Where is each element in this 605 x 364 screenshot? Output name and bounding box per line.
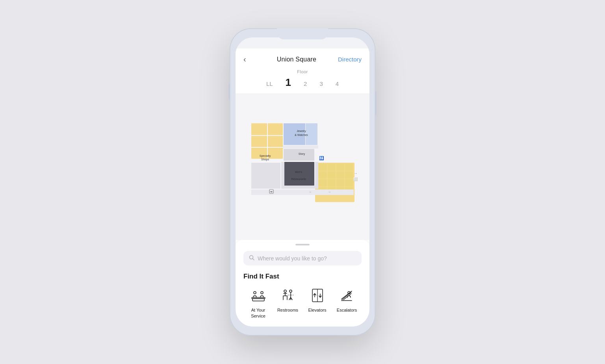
svg-point-54 [284,290,286,292]
svg-line-60 [341,291,352,299]
svg-rect-1 [251,123,267,135]
svg-text:⬜: ⬜ [353,177,358,182]
svg-rect-12 [319,163,327,171]
svg-text:→: → [270,190,273,193]
search-bar[interactable]: Where would you like to go? [243,251,362,266]
screen: ‹ Union Square Directory Floor LL 1 2 3 … [236,48,369,327]
svg-rect-14 [336,163,344,171]
find-fast-label: Find It Fast [243,273,362,280]
floor-map: ⬜ Jewelry & Watches Story Specialty Shop… [243,115,362,218]
svg-rect-20 [319,179,327,186]
svg-rect-30 [281,162,284,186]
svg-line-49 [253,259,254,260]
svg-text:Restaurants: Restaurants [291,178,306,180]
action-elevators[interactable]: Elevators [302,287,332,319]
action-escalators[interactable]: Escalators [332,287,362,319]
svg-point-52 [254,292,256,294]
search-placeholder: Where would you like to go? [258,255,327,262]
restrooms-label: Restrooms [277,307,298,313]
svg-rect-13 [328,163,336,171]
svg-text:Shops: Shops [261,158,269,161]
svg-text:→: → [354,171,358,175]
svg-rect-19 [345,171,353,178]
svg-rect-29 [315,162,318,186]
svg-text:Story: Story [299,152,305,156]
floor-tabs: LL 1 2 3 4 [265,76,340,89]
action-restrooms[interactable]: Restrooms [273,287,302,319]
elevators-label: Elevators [308,307,327,313]
svg-rect-28 [284,162,314,186]
svg-text:Men's: Men's [295,171,302,173]
quick-actions: At YourService [243,287,362,319]
sheet-handle [295,244,310,245]
svg-text:🚻: 🚻 [319,156,324,161]
floor-tab-1[interactable]: 1 [284,76,293,89]
svg-point-55 [290,290,292,292]
notch [277,28,328,39]
svg-rect-9 [283,145,318,149]
escalators-label: Escalators [337,307,357,313]
floor-label: Floor [297,69,308,74]
svg-rect-4 [268,136,283,147]
elevators-icon [309,287,326,304]
svg-rect-23 [345,179,353,186]
svg-text:& Watches: & Watches [295,134,308,136]
restrooms-icon [279,287,297,304]
header: ‹ Union Square Directory [236,48,369,67]
service-icon [250,287,267,304]
svg-rect-32 [251,189,354,195]
action-at-your-service[interactable]: At YourService [243,287,273,319]
directory-button[interactable]: Directory [338,56,362,63]
svg-rect-31 [281,186,318,189]
back-button[interactable]: ‹ [243,55,255,64]
svg-rect-18 [336,171,344,178]
escalators-icon [338,287,356,304]
floor-tab-2[interactable]: 2 [302,80,308,88]
phone-frame: ‹ Union Square Directory Floor LL 1 2 3 … [230,28,375,336]
floor-tab-4[interactable]: 4 [334,80,340,88]
svg-rect-51 [252,299,264,301]
svg-text:Specialty: Specialty [260,154,271,158]
service-label: At YourService [251,307,265,319]
svg-rect-3 [251,136,267,147]
svg-text:→: → [308,190,312,194]
svg-rect-2 [268,123,283,135]
svg-point-53 [261,292,263,294]
svg-rect-16 [319,171,327,178]
svg-rect-17 [328,171,336,178]
floor-selector: Floor LL 1 2 3 4 [236,67,369,93]
search-icon [249,255,254,262]
page-title: Union Square [277,56,316,63]
svg-rect-33 [251,163,280,189]
map-area[interactable]: ⬜ Jewelry & Watches Story Specialty Shop… [236,93,369,240]
floor-tab-3[interactable]: 3 [318,80,324,88]
phone-inner: ‹ Union Square Directory Floor LL 1 2 3 … [236,37,369,327]
bottom-sheet: Where would you like to go? Find It Fast [236,240,369,327]
floor-tab-ll[interactable]: LL [265,80,275,88]
svg-rect-22 [336,179,344,186]
svg-rect-21 [328,179,336,186]
svg-text:→: → [328,190,331,194]
svg-rect-15 [345,163,353,171]
svg-text:Jewelry: Jewelry [297,130,306,133]
